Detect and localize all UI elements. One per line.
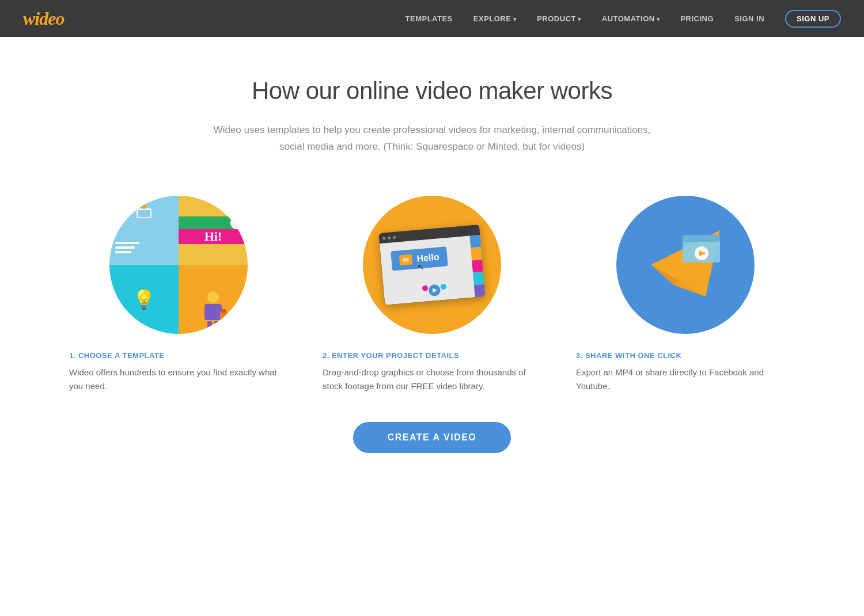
svg-point-2	[141, 203, 147, 209]
step-1: Hi! 💡	[69, 196, 288, 393]
mosaic-br	[179, 265, 248, 334]
mosaic-tl	[109, 196, 179, 265]
play-icon	[235, 220, 240, 226]
nav-signin[interactable]: SIGN IN	[734, 14, 764, 23]
svg-rect-6	[207, 321, 212, 330]
step-3-label: 3. SHARE WITH ONE CLICK	[576, 351, 795, 360]
svg-rect-1	[134, 218, 154, 219]
step-3-desc: Export an MP4 or share directly to Faceb…	[576, 366, 795, 393]
hello-icon	[399, 254, 412, 265]
mosaic-bl: 💡	[109, 265, 179, 334]
svg-rect-3	[138, 210, 150, 217]
steps-row: Hi! 💡	[58, 196, 806, 393]
navigation: wideo TEMPLATES EXPLORE PRODUCT AUTOMATI…	[0, 0, 864, 37]
mosaic-tr: Hi!	[179, 196, 248, 265]
mosaic-tr-bottom: Hi!	[179, 229, 248, 244]
mosaic-tr-inner: Hi!	[179, 216, 248, 244]
step-2: Hello ↖	[323, 196, 541, 393]
svg-point-11	[718, 260, 739, 281]
page-subtitle: Wideo uses templates to help you create …	[213, 122, 651, 155]
step-1-desc: Wideo offers hundreds to ensure you find…	[69, 366, 288, 393]
step-3-illustration	[616, 196, 755, 334]
svg-rect-9	[221, 309, 226, 313]
nav-product[interactable]: PRODUCT	[537, 14, 581, 23]
svg-point-4	[207, 291, 219, 303]
logo[interactable]: wideo	[23, 8, 64, 29]
step-2-label: 2. ENTER YOUR PROJECT DETAILS	[323, 351, 541, 360]
svg-rect-8	[220, 311, 227, 321]
step-3: 3. SHARE WITH ONE CLICK Export an MP4 or…	[576, 196, 795, 393]
mosaic-tr-top	[179, 216, 248, 229]
nav-pricing[interactable]: PRICING	[680, 14, 714, 23]
nav-automation[interactable]: AUTOMATION	[602, 14, 660, 23]
nav-explore[interactable]: EXPLORE	[473, 14, 516, 23]
share-illustration	[616, 196, 755, 334]
step-1-label: 1. CHOOSE A TEMPLATE	[69, 351, 288, 360]
editor-body: Hello ↖	[380, 235, 486, 305]
svg-rect-7	[214, 321, 219, 330]
svg-rect-17	[683, 235, 720, 242]
play-badge	[230, 216, 243, 229]
step-2-desc: Drag-and-drop graphics or choose from th…	[323, 366, 541, 393]
nav-signup-button[interactable]: SIGN UP	[785, 10, 841, 28]
step-1-illustration: Hi! 💡	[109, 196, 248, 334]
nav-templates[interactable]: TEMPLATES	[406, 14, 453, 23]
lightbulb-icon: 💡	[132, 288, 156, 310]
color-strip	[469, 235, 485, 297]
page-title: How our online video maker works	[58, 77, 806, 105]
person-luggage-icon	[196, 286, 230, 332]
create-video-button[interactable]: CREATE A VIDEO	[353, 422, 511, 453]
cursor-icon: ↖	[417, 261, 425, 271]
svg-rect-5	[204, 304, 222, 320]
cta-section: CREATE A VIDEO	[58, 422, 806, 453]
lines-decoration	[115, 242, 139, 253]
main-content: How our online video maker works Wideo u…	[0, 37, 864, 488]
editor-mock: Hello ↖	[378, 225, 485, 305]
step-2-illustration: Hello ↖	[363, 196, 501, 334]
